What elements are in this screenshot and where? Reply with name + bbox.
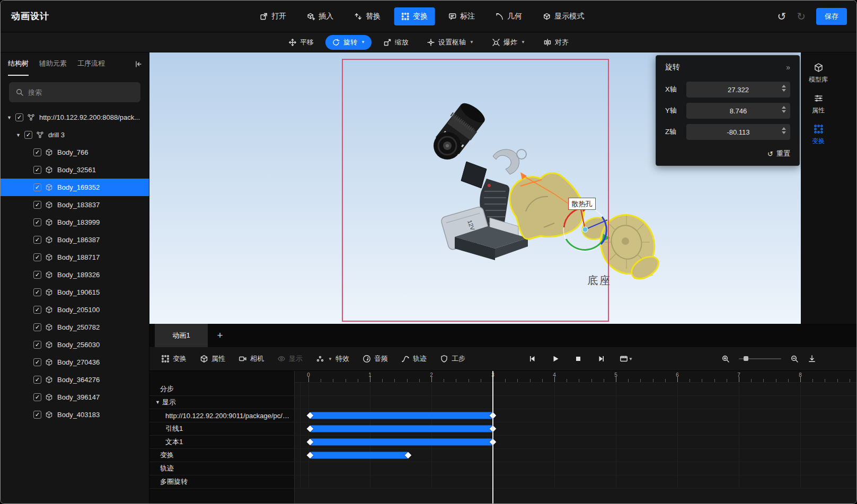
stop-icon[interactable]: [574, 355, 582, 363]
x-axis-input[interactable]: 27.322: [686, 82, 790, 98]
viewport-3d[interactable]: 12V: [149, 52, 801, 324]
checkbox[interactable]: ✓: [33, 288, 41, 296]
tree-item[interactable]: ✓Body_169352: [1, 179, 149, 196]
tree-item[interactable]: ✓Body_189326: [1, 266, 149, 284]
checkbox[interactable]: ✓: [33, 306, 41, 314]
rail-item-model-library[interactable]: 模型库: [801, 58, 836, 89]
checkbox[interactable]: ✓: [33, 236, 41, 244]
tree-item[interactable]: ✓Body_250782: [1, 319, 149, 336]
reset-button[interactable]: ↺ 重置: [656, 143, 799, 165]
timeline-row-track[interactable]: [295, 422, 856, 435]
explode-button[interactable]: 爆炸 ▼: [485, 35, 532, 50]
download-icon[interactable]: [808, 355, 816, 363]
timeline-row-track[interactable]: [295, 475, 856, 488]
collapse-sidebar-icon[interactable]: [134, 52, 143, 76]
stepper-arrows[interactable]: [782, 85, 786, 92]
tree-item[interactable]: ▼✓drill 3: [1, 126, 149, 144]
insert-button[interactable]: 插入: [299, 7, 340, 25]
timeline-row-track[interactable]: [295, 449, 856, 462]
z-axis-input[interactable]: -80.113: [686, 124, 790, 140]
tree-item[interactable]: ✓Body_364276: [1, 371, 149, 388]
redo-icon[interactable]: ↻: [797, 11, 806, 22]
tree-item[interactable]: ✓Body_205100: [1, 301, 149, 319]
timeline-effects-button[interactable]: ▼ 特效: [316, 354, 349, 364]
zoom-out-icon[interactable]: [790, 355, 799, 363]
play-icon[interactable]: [551, 355, 560, 363]
rail-item-properties[interactable]: 属性: [801, 89, 836, 119]
timeline-row-label[interactable]: 引线1: [149, 422, 295, 435]
timeline-row-track[interactable]: [295, 462, 856, 475]
timeline-row-track[interactable]: [295, 409, 856, 422]
add-animation-tab-button[interactable]: +: [208, 324, 232, 347]
keyframe-bar[interactable]: [310, 439, 493, 446]
slider-knob[interactable]: [744, 356, 748, 361]
save-button[interactable]: 保存: [816, 8, 847, 25]
tree-item[interactable]: ✓Body_32561: [1, 161, 149, 179]
keyframe-bar[interactable]: [310, 412, 493, 419]
tree-item[interactable]: ✓Body_256030: [1, 336, 149, 353]
scale-button[interactable]: 缩放: [377, 35, 415, 50]
search-input[interactable]: [28, 89, 134, 96]
caret-down-icon[interactable]: ▼: [16, 132, 24, 138]
display-mode-button[interactable]: 显示模式: [535, 7, 591, 25]
timeline-row-label[interactable]: 轨迹: [149, 462, 295, 475]
checkbox[interactable]: ✓: [33, 271, 41, 279]
animation-tab[interactable]: 动画1: [155, 324, 208, 347]
open-button[interactable]: 打开: [252, 7, 293, 25]
caret-down-icon[interactable]: ▼: [7, 115, 15, 120]
tab-process-flow[interactable]: 工序流程: [77, 52, 105, 76]
timeline-row-track[interactable]: [295, 436, 856, 448]
checkbox[interactable]: ✓: [33, 341, 41, 349]
replace-button[interactable]: 替换: [347, 7, 387, 25]
timeline-properties-button[interactable]: 属性: [200, 354, 225, 364]
annotation-label[interactable]: 散热孔: [568, 198, 596, 210]
tree-item[interactable]: ✓Body_183999: [1, 214, 149, 231]
checkbox[interactable]: ✓: [33, 183, 41, 191]
timeline-workstep-button[interactable]: 工步: [440, 354, 465, 364]
timeline-row-label[interactable]: 分步: [149, 383, 295, 395]
tree-item[interactable]: ✓Body_188717: [1, 249, 149, 266]
checkbox[interactable]: ✓: [33, 218, 41, 226]
pan-button[interactable]: 平移: [282, 35, 320, 50]
previous-frame-icon[interactable]: [528, 355, 537, 363]
annotate-button[interactable]: 标注: [441, 7, 482, 25]
timeline-ruler[interactable]: 012345678: [295, 371, 856, 383]
playhead[interactable]: [492, 371, 493, 503]
checkbox[interactable]: ✓: [24, 131, 32, 139]
timeline-zoom-slider[interactable]: [739, 358, 781, 359]
search-box[interactable]: [9, 82, 140, 102]
transform-button[interactable]: 变换: [394, 7, 435, 25]
tree-item[interactable]: ▼✓http://10.122.92.200:8088/pack...: [1, 109, 149, 126]
timeline-row-label[interactable]: 文本1: [149, 436, 295, 448]
keyframe-bar[interactable]: [310, 452, 408, 459]
tree-item[interactable]: ✓Body_270436: [1, 353, 149, 371]
playback-mode-button[interactable]: ▼: [620, 355, 633, 363]
timeline-row-track[interactable]: [295, 383, 856, 395]
keyframe-bar[interactable]: [310, 426, 493, 432]
checkbox[interactable]: ✓: [33, 411, 41, 419]
checkbox[interactable]: ✓: [15, 113, 23, 121]
tree-item[interactable]: ✓Body_186387: [1, 231, 149, 249]
checkbox[interactable]: ✓: [33, 323, 41, 331]
caret-down-icon[interactable]: ▼: [155, 400, 160, 405]
timeline-row-track[interactable]: [295, 396, 856, 409]
next-frame-icon[interactable]: [597, 355, 605, 363]
timeline-row-label[interactable]: http://10.122.92.200:9011/package/pc/3dc…: [149, 409, 295, 422]
zoom-in-icon[interactable]: [721, 355, 730, 363]
set-pivot-button[interactable]: 设置枢轴 ▼: [420, 35, 480, 50]
timeline-transform-button[interactable]: 变换: [161, 354, 187, 364]
tree-item[interactable]: ✓Body_183837: [1, 196, 149, 214]
checkbox[interactable]: ✓: [33, 201, 41, 209]
checkbox[interactable]: ✓: [33, 166, 41, 174]
checkbox[interactable]: ✓: [33, 358, 41, 366]
tree-item[interactable]: ✓Body_766: [1, 144, 149, 161]
undo-icon[interactable]: ↺: [777, 11, 786, 22]
timeline-row-label[interactable]: ▼显示: [149, 396, 295, 409]
tab-auxiliary-elements[interactable]: 辅助元素: [39, 52, 67, 76]
timeline-row-label[interactable]: 多圈旋转: [149, 475, 295, 488]
align-button[interactable]: 对齐: [537, 35, 575, 50]
collapse-panel-icon[interactable]: »: [786, 63, 790, 72]
checkbox[interactable]: ✓: [33, 393, 41, 401]
timeline-row-label[interactable]: 变换: [149, 449, 295, 462]
y-axis-input[interactable]: 8.746: [686, 103, 790, 119]
